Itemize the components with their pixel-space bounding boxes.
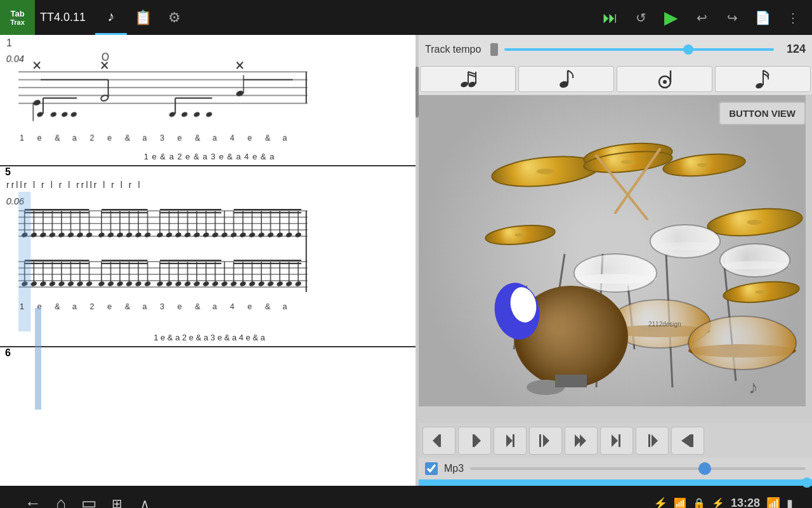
playback-position-indicator (35, 308, 41, 410)
svg-line-3 (468, 74, 476, 77)
back-button[interactable]: ← (19, 490, 47, 509)
transport-btn-7[interactable] (636, 427, 669, 455)
svg-point-11 (754, 82, 763, 90)
svg-marker-22 (580, 434, 586, 447)
tempo-slider-thumb[interactable] (683, 44, 693, 55)
transport-btn-3[interactable] (494, 427, 527, 455)
transport-btn-8[interactable] (671, 427, 704, 455)
svg-rect-16 (473, 434, 475, 447)
usb-icon: ⚡ (653, 497, 667, 509)
drum-kit-area (419, 95, 812, 423)
note-type-btn-2[interactable] (518, 66, 614, 92)
top-right-controls: ⏭ ↺ ▶ ↩ ↪ 📄 ⋮ (596, 4, 812, 32)
recents-button[interactable]: ▭ (75, 490, 103, 509)
transport-bar (419, 423, 812, 458)
transport-btn-1[interactable] (422, 427, 455, 455)
tempo-bar: Track tempo 124 (419, 35, 812, 64)
measure-number-1: 1 (6, 37, 12, 48)
transport-btn-2[interactable] (458, 427, 491, 455)
mp3-checkbox[interactable] (425, 462, 438, 475)
svg-point-0 (459, 81, 468, 88)
transport-btn-4[interactable] (529, 427, 562, 455)
transport-btn-6[interactable] (600, 427, 633, 455)
svg-marker-27 (681, 434, 690, 447)
save-button[interactable]: 📄 (749, 4, 776, 32)
svg-marker-13 (433, 434, 439, 447)
drum-panel: Track tempo 124 (419, 35, 812, 486)
section-number-6: 6 (5, 347, 11, 359)
tempo-drag-handle[interactable] (490, 43, 498, 56)
battery-icon: ▮ (787, 497, 793, 509)
note-type-btn-4[interactable] (715, 66, 811, 92)
note-type-btn-1[interactable] (420, 66, 516, 92)
button-view-label: BUTTON VIEW (729, 108, 796, 119)
lock-icon: 🔒 (693, 497, 705, 508)
svg-marker-23 (612, 434, 618, 447)
signal-icon: ⚡ (712, 497, 724, 508)
svg-rect-20 (539, 434, 541, 447)
note-type-btn-3[interactable] (617, 66, 712, 92)
svg-rect-14 (439, 434, 441, 447)
book-tab[interactable]: 📋 (127, 0, 159, 35)
svg-marker-19 (543, 434, 549, 447)
wifi-icon: 📶 (766, 497, 780, 509)
up-chevron[interactable]: ∧ (131, 490, 159, 509)
redo-button[interactable]: ↪ (718, 4, 746, 32)
logo-top: Tab (10, 9, 24, 18)
scroll-indicator[interactable] (416, 35, 419, 486)
note-type-bar (419, 64, 812, 95)
app-version: TT4.0.11 (40, 11, 86, 24)
svg-marker-26 (652, 434, 658, 447)
logo-bottom: Trax (10, 18, 25, 26)
section-number-5: 5 (5, 166, 11, 178)
svg-marker-15 (475, 434, 481, 447)
music-tab[interactable]: ♪ (95, 0, 127, 35)
scroll-thumb[interactable] (416, 67, 419, 117)
replay-button[interactable]: ↺ (627, 4, 655, 32)
svg-point-4 (467, 81, 476, 88)
menu-button[interactable]: ⋮ (779, 4, 807, 32)
transport-btn-5[interactable] (565, 427, 598, 455)
svg-marker-17 (506, 434, 513, 447)
screenshot-button[interactable]: ⊞ (103, 490, 131, 509)
progress-end-marker[interactable] (802, 478, 812, 488)
sim-icon: 📶 (674, 497, 686, 508)
main-content: 1 1 e & a 2 e & a 3 e & a 4 e & a 5 rrll… (0, 35, 812, 486)
play-button[interactable]: ▶ (657, 4, 685, 32)
button-view-button[interactable]: BUTTON VIEW (719, 102, 806, 125)
beat-labels-2: 1 e & a 2 e & a 3 e & a 4 e & a (154, 333, 265, 342)
staff-notation-1 (0, 49, 400, 150)
svg-rect-25 (648, 434, 650, 447)
mp3-volume-slider[interactable] (470, 467, 806, 470)
sheet-music-panel: 1 1 e & a 2 e & a 3 e & a 4 e & a 5 rrll… (0, 35, 419, 486)
undo-button[interactable]: ↩ (688, 4, 716, 32)
tempo-label: Track tempo (425, 44, 481, 55)
staff-notation-2 (0, 192, 400, 331)
svg-point-9 (663, 80, 667, 84)
tempo-slider[interactable] (504, 48, 774, 51)
beat-labels-1: 1 e & a 2 e & a 3 e & a 4 e & a (144, 152, 275, 161)
playback-progress-bar[interactable] (419, 479, 812, 486)
mp3-label: Mp3 (444, 463, 464, 474)
svg-rect-18 (513, 434, 514, 447)
mp3-slider-thumb[interactable] (698, 462, 711, 475)
bottom-navigation: ← ⌂ ▭ ⊞ ∧ ⚡ 📶 🔒 ⚡ 13:28 📶 ▮ (0, 486, 812, 508)
tempo-value: 124 (780, 43, 806, 56)
app-logo[interactable]: Tab Trax (0, 0, 35, 35)
drum-kit-canvas[interactable] (419, 95, 806, 406)
svg-rect-28 (690, 434, 693, 447)
top-bar: Tab Trax TT4.0.11 ♪ 📋 ⚙ ⏭ ↺ ▶ ↩ ↪ 📄 ⋮ (0, 0, 812, 35)
clock: 13:28 (731, 497, 760, 508)
gear-tab[interactable]: ⚙ (159, 0, 190, 35)
step-play-button[interactable]: ⏭ (596, 4, 624, 32)
svg-line-2 (468, 72, 476, 74)
mp3-bar: Mp3 (419, 458, 812, 479)
svg-rect-24 (619, 434, 620, 447)
sticking-notation: rrllr l r l r l rrllr l r l r l (0, 178, 419, 192)
home-button[interactable]: ⌂ (47, 490, 75, 509)
